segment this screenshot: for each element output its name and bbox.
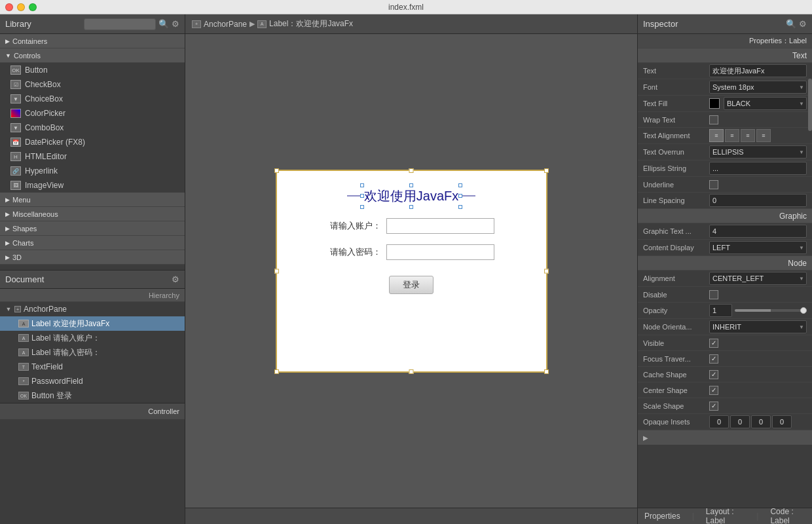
align-right-btn[interactable]: ≡ xyxy=(741,129,755,142)
lib-item-choicebox[interactable]: ▼ ChoiceBox xyxy=(0,92,185,106)
opaque-inset-top[interactable]: 0 xyxy=(709,415,729,428)
opacity-value[interactable]: 1 xyxy=(709,304,732,317)
label-welcome-container[interactable]: 欢迎使用JavaFx xyxy=(364,187,458,205)
opacity-slider-thumb[interactable] xyxy=(800,307,807,314)
tree-item-label-welcome[interactable]: A Label 欢迎使用JavaFx xyxy=(0,316,185,331)
insp-row-text: Text 欢迎使用JavaFx xyxy=(638,63,812,79)
lib-item-button[interactable]: OK Button xyxy=(0,63,185,77)
align-justify-btn[interactable]: ≡ xyxy=(756,129,771,142)
insp-disable-label: Disable xyxy=(643,291,705,299)
card-handle-br xyxy=(544,369,549,374)
section-shapes[interactable]: ▶ Shapes xyxy=(0,221,185,236)
lib-item-button-label: Button xyxy=(25,66,48,75)
section-miscellaneous[interactable]: ▶ Miscellaneous xyxy=(0,207,185,221)
section-menu[interactable]: ▶ Menu xyxy=(0,193,185,207)
insp-text-overrun-value[interactable]: ELLIPSIS xyxy=(709,145,807,159)
close-button[interactable] xyxy=(5,3,13,11)
align-center-btn[interactable]: ≡ xyxy=(725,129,739,142)
focus-traversal-checkbox[interactable] xyxy=(709,354,718,364)
checkbox-icon: ☑ xyxy=(10,80,21,89)
lib-item-hyperlink[interactable]: 🔗 Hyperlink xyxy=(0,164,185,178)
document-section: Document ⚙ Hierarchy ▼ + AnchorPane A La… xyxy=(0,270,185,403)
maximize-button[interactable] xyxy=(29,3,37,11)
tree-item-textfield[interactable]: T TextField xyxy=(0,360,185,374)
insp-row-text-fill: Text Fill BLACK xyxy=(638,96,812,112)
form-row-account: 请输入账户： xyxy=(290,218,533,234)
scale-shape-checkbox[interactable] xyxy=(709,402,718,411)
text-fill-swatch[interactable] xyxy=(709,98,720,109)
library-search-input[interactable] xyxy=(84,18,156,30)
lib-item-htmleditor-label: HTMLEditor xyxy=(25,152,67,161)
breadcrumb-anchorpane[interactable]: + AnchorPane xyxy=(192,20,247,29)
insp-cache-shape-label: Cache Shape xyxy=(643,371,705,379)
center-shape-checkbox[interactable] xyxy=(709,386,718,395)
card-handle-bl xyxy=(274,369,279,374)
lib-item-checkbox[interactable]: ☑ CheckBox xyxy=(0,77,185,92)
textfield-account[interactable] xyxy=(386,218,494,234)
tree-item-label-account[interactable]: A Label 请输入账户： xyxy=(0,331,185,345)
main-layout: Library 🔍 ⚙ ▶ Containers ▼ Controls OK B… xyxy=(0,14,812,524)
passwordfield-password[interactable] xyxy=(386,244,494,260)
opacity-slider[interactable] xyxy=(735,309,807,312)
insp-ellipsis-label: Ellipsis String xyxy=(643,164,705,172)
inspector-search-icon[interactable]: 🔍 xyxy=(786,19,796,29)
library-items: ▶ Containers ▼ Controls OK Button ☑ Chec… xyxy=(0,34,185,270)
insp-row-graphic-text: Graphic Text ... 4 xyxy=(638,223,812,240)
insp-font-value[interactable]: System 18px xyxy=(709,81,807,94)
properties-label-bar: Properties：Label xyxy=(638,34,812,48)
tree-item-button-login[interactable]: OK Button 登录 xyxy=(0,388,185,403)
insp-tab-code[interactable]: Code : Label xyxy=(764,508,812,524)
insp-opaque-insets-label: Opaque Insets xyxy=(643,418,705,426)
window-controls[interactable] xyxy=(5,3,37,11)
document-gear-icon[interactable]: ⚙ xyxy=(172,274,179,284)
cache-shape-checkbox[interactable] xyxy=(709,370,718,379)
section-3d[interactable]: ▶ 3D xyxy=(0,250,185,265)
lib-item-imageview[interactable]: 🖼 ImageView xyxy=(0,178,185,193)
breadcrumb-label[interactable]: A Label：欢迎使用JavaFx xyxy=(257,18,353,29)
wrap-text-checkbox[interactable] xyxy=(709,115,718,124)
section-containers[interactable]: ▶ Containers xyxy=(0,34,185,48)
gear-icon[interactable]: ⚙ xyxy=(172,19,179,29)
lib-item-htmleditor[interactable]: H HTMLEditor xyxy=(0,149,185,164)
anchorpane-expand-icon[interactable]: ▼ xyxy=(5,306,12,312)
section-controls[interactable]: ▼ Controls xyxy=(0,48,185,63)
tree-item-passwordfield[interactable]: * PasswordField xyxy=(0,374,185,388)
insp-graphic-text-value[interactable]: 4 xyxy=(709,225,807,238)
inspector-gear-icon[interactable]: ⚙ xyxy=(799,19,807,29)
visible-checkbox[interactable] xyxy=(709,339,718,348)
insp-tab-properties[interactable]: Properties xyxy=(638,508,687,524)
align-left-btn[interactable]: ≡ xyxy=(709,129,724,142)
insp-expand-row[interactable]: ▶ xyxy=(638,430,812,445)
label-welcome-text: 欢迎使用JavaFx xyxy=(364,189,458,203)
insp-text-value[interactable]: 欢迎使用JavaFx xyxy=(709,64,807,77)
tree-item-label-password[interactable]: A Label 请输入密码： xyxy=(0,345,185,360)
opaque-inset-bottom[interactable]: 0 xyxy=(751,415,771,428)
breadcrumb-label-text: Label：欢迎使用JavaFx xyxy=(269,18,353,29)
section-charts[interactable]: ▶ Charts xyxy=(0,236,185,250)
insp-node-orientation-value[interactable]: INHERIT xyxy=(709,320,807,333)
lib-item-colorpicker[interactable]: ColorPicker xyxy=(0,106,185,121)
insp-text-fill-value[interactable]: BLACK xyxy=(724,97,807,110)
tree-item-anchorpane[interactable]: ▼ + AnchorPane xyxy=(0,302,185,316)
search-icon[interactable]: 🔍 xyxy=(158,19,169,29)
insp-alignment-value[interactable]: CENTER_LEFT xyxy=(709,272,807,285)
insp-tab-code-label: Code : Label xyxy=(770,507,805,524)
insp-line-spacing-value[interactable]: 0 xyxy=(709,194,807,207)
lib-item-checkbox-label: CheckBox xyxy=(25,80,61,89)
minimize-button[interactable] xyxy=(17,3,25,11)
opaque-inset-right[interactable]: 0 xyxy=(730,415,750,428)
inspector-content: Text Text 欢迎使用JavaFx Font System 18px Te… xyxy=(638,48,812,508)
insp-ellipsis-value[interactable]: ... xyxy=(709,162,807,175)
underline-checkbox[interactable] xyxy=(709,180,718,189)
disable-checkbox[interactable] xyxy=(709,290,718,299)
canvas-area[interactable]: 欢迎使用JavaFx 请输入账户： 请输入密码： 登录 xyxy=(185,34,637,508)
passwordfield-icon: * xyxy=(18,377,29,385)
insp-content-display-value[interactable]: LEFT xyxy=(709,241,807,254)
insp-text-overrun-label: Text Overrun xyxy=(643,148,705,156)
btn-login[interactable]: 登录 xyxy=(389,276,434,294)
lib-item-datepicker[interactable]: 📅 DatePicker (FX8) xyxy=(0,135,185,149)
insp-text-alignment-label: Text Alignment xyxy=(643,132,705,140)
insp-tab-layout[interactable]: Layout : Label xyxy=(699,508,751,524)
opaque-inset-left[interactable]: 0 xyxy=(772,415,792,428)
lib-item-combobox[interactable]: ▼ ComboBox xyxy=(0,121,185,135)
